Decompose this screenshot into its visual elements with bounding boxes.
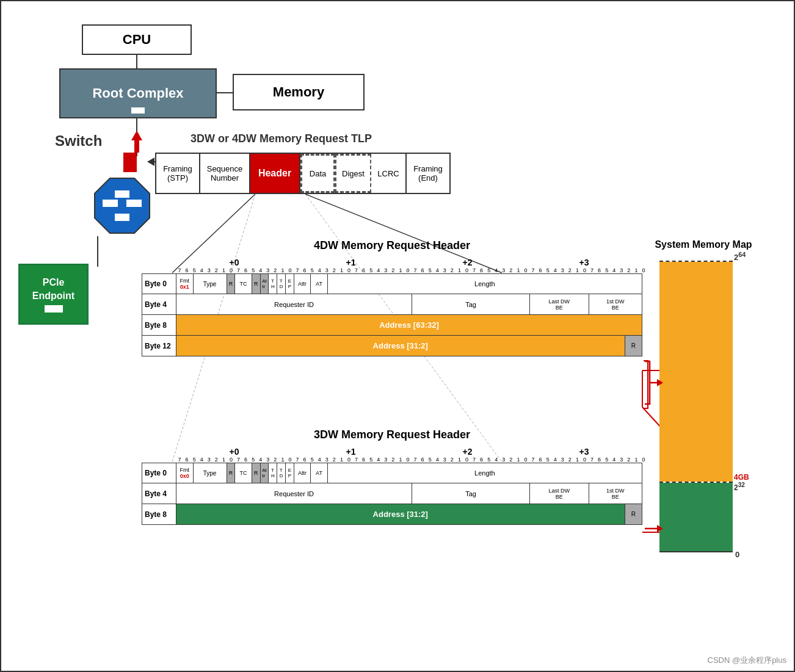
address-63-32-cell: Address [63:32] (176, 315, 642, 335)
3dw-byte8-label: Byte 8 (142, 504, 176, 524)
1st-dw-be-cell: 1st DWBE (589, 294, 642, 314)
r-cell-addr: R (625, 336, 642, 356)
col-3-label: +3 (526, 258, 642, 267)
3dw-requester-id-cell: Requester ID (176, 483, 412, 504)
tlp-header: Header (250, 154, 300, 193)
r-cell-2: R (252, 274, 261, 294)
at-cell: Attr (261, 274, 269, 294)
fmt-cell: Fmt 0x1 (176, 274, 194, 294)
3dw-r-cell-2: R (252, 463, 261, 483)
4dw-byte12-row: Byte 12 Address [31:2] R (142, 336, 642, 356)
3dw-byte8-row: Byte 8 Address [31:2] R (142, 504, 642, 525)
switch-to-pcie-line (97, 236, 98, 267)
sysmap-2-64-label: 264 (734, 251, 746, 262)
3dw-tc-cell: TC (235, 463, 252, 483)
attr-cell: Attr (294, 274, 311, 294)
3dw-length-cell: Length (328, 463, 642, 483)
pcie-endpoint-box: PCIe Endpoint (18, 264, 89, 325)
svg-rect-1 (103, 200, 118, 207)
byte4-label: Byte 4 (142, 294, 176, 314)
3dw-ep-cell: EP (286, 463, 294, 483)
sysmap-orange-area (659, 262, 733, 482)
memory-label: Memory (273, 84, 324, 100)
3dw-byte4-label: Byte 4 (142, 483, 176, 504)
svg-rect-2 (126, 200, 142, 207)
td-cell: TD (277, 274, 286, 294)
tlp-title: 3DW or 4DW Memory Request TLP (191, 132, 372, 145)
red-bracket-4dw (644, 360, 648, 409)
red-arrow-stem (134, 140, 139, 153)
sysmap-title: System Memory Map (648, 239, 758, 250)
3dw-byte0-label: Byte 0 (142, 463, 176, 483)
type-cell: Type (194, 274, 227, 294)
tlp-sequence-number: SequenceNumber (200, 154, 250, 193)
bit-numbers-3dw: 76543210 76543210 76543210 76543210 7654… (176, 457, 642, 463)
cpu-rc-line (136, 55, 137, 70)
svg-rect-4 (115, 214, 129, 221)
col-headers-4dw: +0 +1 +2 +3 (176, 258, 642, 267)
header-3dw-table: +0 +1 +2 +3 76543210 76543210 76543210 7… (142, 447, 642, 525)
cpu-label: CPU (123, 32, 151, 48)
sysmap-4gb-label: 4GB (734, 473, 749, 482)
3dw-attr2-cell: Attr (294, 463, 311, 483)
header-3dw-title: 3DW Memory Request Header (142, 428, 642, 441)
sysmap-bottom-line (659, 551, 733, 552)
3dw-attr-cell: Attr (261, 463, 269, 483)
col-0-label: +0 (176, 258, 292, 267)
tlp-lcrc: LCRC (371, 154, 407, 193)
byte8-label: Byte 8 (142, 315, 176, 335)
header-4dw-title: 4DW Memory Request Header (142, 239, 642, 252)
ep-cell: EP (286, 274, 294, 294)
sysmap-0-label: 0 (735, 550, 739, 559)
3dw-r-cell-addr: R (625, 504, 642, 524)
4dw-byte4-row: Byte 4 Requester ID Tag Last DWBE 1st DW… (142, 294, 642, 315)
3dw-type-cell: Type (194, 463, 227, 483)
3dw-last-dw-be-cell: Last DWBE (530, 483, 589, 504)
3dw-at2-cell: AT (311, 463, 328, 483)
3dw-1st-dw-be-cell: 1st DWBE (589, 483, 642, 504)
4dw-byte0-row: Byte 0 Fmt 0x1 Type R TC R Attr TH TD EP… (142, 273, 642, 294)
switch-octagon (92, 175, 153, 236)
col-1-label: +1 (292, 258, 409, 267)
r-cell-1: R (227, 274, 236, 294)
main-diagram: CPU Root Complex Memory Switch PCIe End (0, 0, 795, 672)
3dw-r-cell-1: R (227, 463, 236, 483)
3dw-fmt-cell: Fmt 0x0 (176, 463, 194, 483)
red-packet-rect (123, 153, 137, 172)
sysmap-green-area (659, 483, 733, 551)
tlp-framing-stp: Framing(STP) (156, 154, 200, 193)
svg-rect-3 (115, 190, 129, 198)
pcie-label: PCIe Endpoint (32, 276, 74, 303)
byte0-label: Byte 0 (142, 274, 176, 294)
sysmap-2-32-label: 232 (734, 482, 745, 492)
col-2-label: +2 (409, 258, 526, 267)
black-arrow-head (147, 157, 154, 166)
3dw-address-31-2-cell: Address [31:2] (176, 504, 625, 524)
tlp-data: Data (300, 154, 335, 193)
header-4dw-table: +0 +1 +2 +3 76543210 76543210 76543210 7… (142, 258, 642, 356)
3dw-th-cell: TH (269, 463, 277, 483)
switch-label: Switch (55, 132, 102, 150)
tlp-digest: Digest (335, 154, 371, 193)
4dw-byte8-row: Byte 8 Address [63:32] (142, 315, 642, 336)
bit-numbers-4dw: 76543210 76543210 76543210 76543210 7654… (176, 267, 642, 273)
requester-id-cell: Requester ID (176, 294, 412, 314)
rc-to-mem-line (217, 92, 233, 93)
3dw-td-cell: TD (277, 463, 286, 483)
pcie-port-symbol (45, 305, 63, 313)
root-complex-label: Root Complex (92, 85, 183, 101)
3dw-byte0-row: Byte 0 Fmt 0x0 Type R TC R Attr TH TD EP… (142, 463, 642, 483)
memory-box: Memory (233, 74, 365, 110)
3dw-byte4-row: Byte 4 Requester ID Tag Last DWBE 1st DW… (142, 483, 642, 504)
tlp-framing-end: Framing(End) (407, 154, 449, 193)
3dw-tag-cell: Tag (412, 483, 530, 504)
length-cell: Length (328, 274, 642, 294)
tc-cell: TC (235, 274, 252, 294)
tag-cell: Tag (412, 294, 530, 314)
cpu-box: CPU (82, 24, 192, 55)
watermark: CSDN @业余程序plus (708, 655, 787, 666)
at2-cell: AT (311, 274, 328, 294)
tlp-packet-row: Framing(STP) SequenceNumber Header Data … (155, 153, 451, 194)
rc-port-symbol (131, 107, 145, 114)
col-headers-3dw: +0 +1 +2 +3 (176, 447, 642, 457)
